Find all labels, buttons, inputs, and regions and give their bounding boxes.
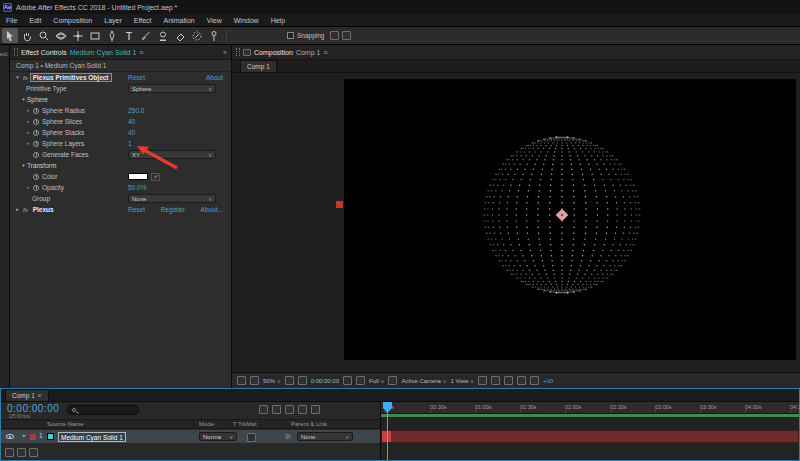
magnification-menu-icon[interactable] [250, 376, 259, 385]
comp-marker-icon[interactable] [259, 405, 268, 414]
layer-duration-bar[interactable] [381, 430, 799, 443]
roto-brush-tool[interactable] [189, 28, 205, 43]
expand-icon[interactable]: ► [26, 130, 32, 135]
expand-icon[interactable]: ► [26, 141, 32, 146]
effect-link-about[interactable]: About... [201, 206, 223, 213]
menu-layer[interactable]: Layer [98, 14, 128, 27]
eraser-tool[interactable] [172, 28, 188, 43]
param-value[interactable]: 50.0% [128, 184, 146, 191]
expand-icon[interactable]: ► [26, 108, 32, 113]
snap-to-edges-icon[interactable] [330, 31, 339, 40]
mini-timeline-icon[interactable] [504, 376, 513, 385]
twirl-icon[interactable]: ▼ [20, 97, 27, 102]
panel-menu-icon[interactable]: ≡ [38, 390, 42, 401]
effect-link-register[interactable]: Register [161, 206, 185, 213]
param-dropdown[interactable]: None∨ [128, 194, 216, 203]
menu-window[interactable]: Window [228, 14, 265, 27]
composition-canvas[interactable] [344, 79, 796, 360]
effect-link-reset[interactable]: Reset [128, 206, 145, 213]
preview-timecode[interactable]: 0:00:00:00 [311, 378, 339, 384]
flowchart-icon[interactable] [517, 376, 526, 385]
blend-mode-select[interactable]: Norma ∨ [199, 432, 237, 441]
layer-edge-handle[interactable] [336, 201, 343, 208]
expand-layer-switches-icon[interactable] [5, 448, 14, 457]
composition-header[interactable]: Composition Comp 1 ≡ [232, 45, 800, 60]
column-parent---link[interactable]: Parent & Link [291, 421, 327, 427]
view-layout-select[interactable]: 1 View∨ [450, 378, 474, 384]
motion-blur-icon[interactable] [298, 405, 307, 414]
panel-grip-icon[interactable] [14, 48, 18, 56]
timeline-search-input[interactable] [67, 405, 139, 415]
stopwatch-icon[interactable] [33, 174, 39, 180]
menu-effect[interactable]: Effect [128, 14, 158, 27]
layer-row-1[interactable]: ► 1 Medium Cyan Solid 1 Norma ∨ @ None ∨ [1, 430, 380, 443]
twirl-icon[interactable]: ▼ [20, 163, 27, 168]
stopwatch-icon[interactable] [33, 185, 39, 191]
column-mode[interactable]: Mode [199, 421, 214, 427]
effect-name[interactable]: Plexus Primitives Object [30, 73, 112, 82]
shy-layers-icon[interactable] [272, 405, 281, 414]
expand-transfer-controls-icon[interactable] [17, 448, 26, 457]
panel-menu-icon[interactable]: ≡ [323, 49, 327, 56]
panel-menu-icon[interactable]: ≡ [139, 49, 143, 56]
expand-inout-icon[interactable] [29, 448, 38, 457]
adjust-exposure-icon[interactable] [530, 376, 539, 385]
pan-behind-tool[interactable] [70, 28, 86, 43]
param-dropdown[interactable]: XY∨ [128, 150, 216, 159]
menu-animation[interactable]: Animation [158, 14, 201, 27]
hand-tool[interactable] [19, 28, 35, 43]
stopwatch-icon[interactable] [33, 108, 39, 114]
pen-tool[interactable] [104, 28, 120, 43]
eye-icon[interactable] [6, 434, 14, 439]
panel-overflow-icon[interactable]: » [223, 49, 227, 56]
layer-twirl-icon[interactable]: ► [22, 433, 26, 438]
panel-grip-icon[interactable] [236, 48, 240, 56]
param-value[interactable]: 40 [128, 118, 135, 125]
color-swatch[interactable] [128, 173, 148, 180]
menu-file[interactable]: File [0, 14, 23, 27]
mask-visibility-icon[interactable] [298, 376, 307, 385]
clone-stamp-tool[interactable] [155, 28, 171, 43]
type-tool[interactable] [121, 28, 137, 43]
project-panel-strip[interactable]: ject [0, 45, 10, 388]
timeline-tab-comp-1[interactable]: Comp 1 ≡ [5, 389, 49, 401]
column-t-trkmat[interactable]: T TrkMat [233, 421, 257, 427]
parent-link-select[interactable]: None ∨ [297, 432, 353, 441]
effect-link-about[interactable]: About [206, 74, 223, 81]
puppet-pin-tool[interactable] [206, 28, 222, 43]
column-source-name[interactable]: Source Name [47, 421, 84, 427]
exposure-offset[interactable]: +00 [543, 378, 553, 384]
brush-tool[interactable] [138, 28, 154, 43]
graph-editor-icon[interactable] [311, 405, 320, 414]
stopwatch-icon[interactable] [33, 141, 39, 147]
param-dropdown[interactable]: Sphere∨ [128, 84, 216, 93]
region-of-interest-icon[interactable] [388, 376, 397, 385]
zoom-level-select[interactable]: 50%∨ [263, 378, 281, 384]
param-value[interactable]: 1 [128, 140, 132, 147]
orbit-camera-tool[interactable] [53, 28, 69, 43]
effect-link-reset[interactable]: Reset [128, 74, 145, 81]
track-matte-icon[interactable] [247, 433, 256, 442]
pixel-aspect-icon[interactable] [478, 376, 487, 385]
always-preview-icon[interactable] [237, 376, 246, 385]
twirl-icon[interactable]: ► [14, 207, 21, 212]
layer-solid-swatch[interactable] [47, 433, 54, 440]
time-ruler[interactable]: 00s00:30s01:00s01:30s02:00s02:30s03:00s0… [381, 402, 799, 414]
parent-pickwhip-icon[interactable]: @ [285, 433, 291, 439]
frame-blend-icon[interactable] [285, 405, 294, 414]
show-channel-icon[interactable] [356, 376, 365, 385]
shape-tool[interactable] [87, 28, 103, 43]
snapping-toggle[interactable]: Snapping [287, 32, 324, 39]
param-value[interactable]: 40 [128, 129, 135, 136]
composition-viewport[interactable] [232, 73, 800, 372]
layer-label-color-chip[interactable] [30, 434, 36, 440]
ruler-grid-icon[interactable] [285, 376, 294, 385]
current-time-display[interactable]: 0:00:00:00 [7, 403, 59, 414]
snap-options-icon[interactable] [342, 31, 351, 40]
layer-name[interactable]: Medium Cyan Solid 1 [58, 432, 126, 442]
tab-comp-1[interactable]: Comp 1 [240, 60, 277, 72]
selection-tool[interactable] [2, 28, 18, 43]
menu-composition[interactable]: Composition [47, 14, 98, 27]
effect-controls-header[interactable]: Effect Controls Medium Cyan Solid 1 ≡ » [10, 45, 231, 60]
effect-name[interactable]: Plexus [30, 205, 57, 214]
